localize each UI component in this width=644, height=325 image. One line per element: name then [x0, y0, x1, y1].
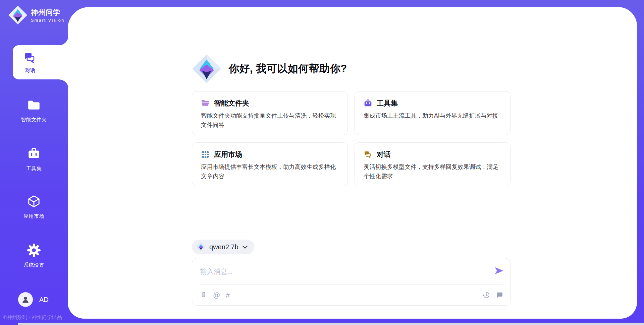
avatar — [18, 292, 33, 307]
history-icon — [482, 291, 490, 299]
gear-icon — [27, 243, 41, 257]
card-header: 应用市场 — [201, 150, 339, 159]
app-root: 神州问学 Smart Vision 对话 智能文件夹 — [0, 0, 644, 325]
paperclip-icon — [200, 291, 207, 299]
brand-subtitle: Smart Vision — [31, 18, 65, 23]
apps-grid-icon — [201, 150, 210, 159]
composer-tools-right — [482, 291, 503, 299]
briefcase-icon — [27, 147, 41, 161]
sidebar-item-label: 应用市场 — [0, 213, 68, 219]
card-toolset[interactable]: 工具集 集成市场上主流工具，助力AI与外界无缝扩展与对接 — [355, 91, 511, 135]
composer-toolbar: @ # — [200, 284, 503, 305]
feature-cards: 智能文件夹 智能文件夹功能支持批量文件上传与清洗，轻松实现文件问答 工具集 — [192, 91, 511, 186]
brand-text: 神州问学 Smart Vision — [31, 8, 65, 23]
sidebar-item-app-market[interactable]: 应用市场 — [0, 194, 68, 219]
card-title: 应用市场 — [214, 150, 242, 159]
main-panel: 你好, 我可以如何帮助你? 智能文件夹 智能文件夹功能支持批量文件上传与清洗，轻… — [68, 7, 637, 319]
sidebar-item-label: 智能文件夹 — [0, 117, 68, 123]
brand: 神州问学 Smart Vision — [8, 5, 65, 25]
folder-open-icon — [201, 99, 210, 108]
composer-tools-left: @ # — [200, 291, 230, 299]
card-header: 智能文件夹 — [201, 99, 339, 108]
diamond-logo-icon — [197, 243, 205, 251]
chevron-down-icon — [243, 246, 248, 249]
cube-icon — [27, 194, 41, 208]
chat-icon — [364, 150, 372, 159]
brand-diamond-logo-icon — [8, 5, 28, 25]
user-profile[interactable]: AD — [18, 292, 49, 307]
sidebar-item-smart-folder[interactable]: 智能文件夹 — [0, 98, 68, 123]
diamond-logo-icon — [192, 54, 221, 83]
user-initials: AD — [39, 296, 49, 304]
sidebar-item-label: 工具集 — [0, 166, 68, 172]
tag-button[interactable]: # — [226, 291, 230, 299]
sidebar-item-label: 对话 — [25, 67, 35, 74]
card-smart-folder[interactable]: 智能文件夹 智能文件夹功能支持批量文件上传与清洗，轻松实现文件问答 — [192, 91, 348, 135]
card-title: 对话 — [377, 150, 391, 159]
briefcase-icon — [364, 99, 372, 108]
mention-button[interactable]: @ — [213, 291, 220, 299]
sidebar-item-settings[interactable]: 系统设置 — [0, 243, 68, 268]
card-description: 灵活切换多模型文件，支持多样回复效果调试，满足个性化需求 — [364, 162, 501, 181]
card-app-market[interactable]: 应用市场 应用市场提供丰富长文本模板，助力高效生成多样化文章内容 — [192, 142, 348, 186]
sidebar-item-chat[interactable]: 对话 — [13, 45, 68, 79]
greeting: 你好, 我可以如何帮助你? — [192, 54, 347, 83]
composer: @ # — [192, 258, 511, 306]
main-content: 你好, 我可以如何帮助你? 智能文件夹 智能文件夹功能支持批量文件上传与清洗，轻… — [192, 7, 511, 319]
person-icon — [21, 295, 30, 304]
brand-name: 神州问学 — [31, 8, 65, 17]
sidebar-item-label: 系统设置 — [0, 262, 68, 268]
model-name: qwen2:7b — [209, 243, 238, 251]
folder-icon — [27, 98, 41, 112]
card-header: 对话 — [364, 150, 501, 159]
message-input[interactable] — [200, 264, 482, 279]
bottom-scrollbar-strip[interactable] — [18, 323, 644, 325]
greeting-title: 你好, 我可以如何帮助你? — [229, 62, 347, 76]
mention-at-icon: @ — [213, 291, 220, 299]
attach-button[interactable] — [200, 291, 207, 299]
history-button[interactable] — [482, 291, 490, 299]
card-title: 工具集 — [377, 99, 398, 108]
card-header: 工具集 — [364, 99, 501, 108]
copyright-footer: ©神州数码 · 神州问学出品 — [3, 314, 77, 321]
model-selector[interactable]: qwen2:7b — [192, 240, 254, 254]
sidebar-item-toolset[interactable]: 工具集 — [0, 147, 68, 172]
card-description: 智能文件夹功能支持批量文件上传与清洗，轻松实现文件问答 — [201, 111, 339, 130]
chat-icon — [23, 51, 37, 64]
hash-icon: # — [226, 291, 230, 299]
card-chat[interactable]: 对话 灵活切换多模型文件，支持多样回复效果调试，满足个性化需求 — [355, 142, 511, 186]
feedback-button[interactable] — [496, 291, 503, 299]
card-description: 应用市场提供丰富长文本模板，助力高效生成多样化文章内容 — [201, 162, 339, 181]
card-description: 集成市场上主流工具，助力AI与外界无缝扩展与对接 — [364, 111, 501, 120]
sidebar: 神州问学 Smart Vision 对话 智能文件夹 — [0, 0, 68, 325]
send-plane-icon[interactable] — [494, 266, 504, 276]
chat-bubble-icon — [496, 291, 503, 299]
card-title: 智能文件夹 — [214, 99, 249, 108]
